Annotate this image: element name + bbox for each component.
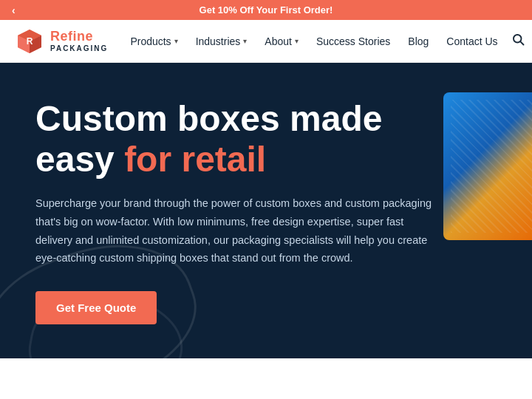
hero-title-line2-plain: easy [35,140,124,179]
nav-item-contact[interactable]: Contact Us [439,30,505,53]
nav-label-products: Products [130,35,171,47]
logo-text: Refine PACKAGING [50,30,108,52]
nav-item-products[interactable]: Products ▾ [123,30,185,53]
hero-title-highlight: for retail [124,140,266,179]
nav-items: Products ▾ Industries ▾ About ▾ Success … [123,30,505,53]
chevron-down-icon-industries: ▾ [243,37,247,45]
nav-label-blog: Blog [408,35,429,47]
logo-icon: R [15,27,44,56]
announcement-text: Get 10% Off Your First Order! [200,4,333,16]
nav-label-industries: Industries [196,35,241,47]
nav-label-contact: Contact Us [446,35,497,47]
nav-label-about: About [265,35,292,47]
get-free-quote-button[interactable]: Get Free Quote [35,291,157,324]
hero-description: Supercharge your brand through the power… [35,194,434,267]
announcement-bar: ‹ Get 10% Off Your First Order! [0,0,532,20]
nav-item-about[interactable]: About ▾ [257,30,306,53]
hero-title-line1: Custom boxes made [35,99,382,138]
hero-title: Custom boxes made easy for retail [35,98,464,180]
hero-section: Custom boxes made easy for retail Superc… [0,63,532,358]
logo[interactable]: R Refine PACKAGING [15,27,108,56]
svg-line-6 [520,41,523,44]
announcement-arrow-left[interactable]: ‹ [12,4,16,16]
chevron-down-icon-products: ▾ [174,37,178,45]
nav-item-success-stories[interactable]: Success Stories [309,30,398,53]
logo-sub: PACKAGING [50,44,108,52]
logo-name: Refine [50,30,108,44]
svg-text:R: R [27,36,33,47]
navbar: R Refine PACKAGING Products ▾ Industries… [0,20,532,63]
nav-label-success-stories: Success Stories [316,35,390,47]
search-icon[interactable] [505,30,531,52]
chevron-down-icon-about: ▾ [295,37,299,45]
nav-item-industries[interactable]: Industries ▾ [188,30,255,53]
hero-content: Custom boxes made easy for retail Superc… [35,98,464,324]
nav-item-blog[interactable]: Blog [400,30,436,53]
